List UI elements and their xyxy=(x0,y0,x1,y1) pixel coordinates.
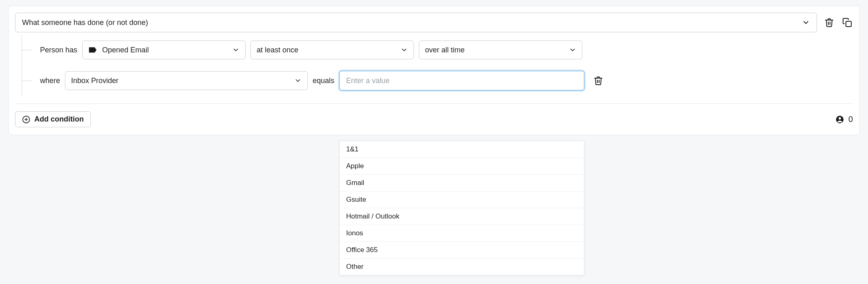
add-condition-button[interactable]: Add condition xyxy=(15,111,91,127)
dropdown-option[interactable]: Office 365 xyxy=(340,242,584,259)
where-label: where xyxy=(40,77,60,85)
chevron-down-icon xyxy=(802,18,810,27)
timeframe-select[interactable]: over all time xyxy=(419,41,582,59)
trash-icon xyxy=(824,18,834,27)
condition-card: What someone has done (or not done) Pers… xyxy=(8,6,860,135)
delete-where-button[interactable] xyxy=(593,75,604,86)
add-condition-label: Add condition xyxy=(34,115,84,124)
duplicate-condition-button[interactable] xyxy=(841,17,853,28)
chevron-down-icon xyxy=(400,46,408,54)
tag-icon xyxy=(88,46,97,54)
condition-type-select[interactable]: What someone has done (or not done) xyxy=(15,13,817,32)
result-count: 0 xyxy=(835,115,853,124)
operator-label: equals xyxy=(313,77,334,85)
timeframe-value: over all time xyxy=(425,46,465,54)
dropdown-option[interactable]: Gsuite xyxy=(340,192,584,208)
event-select[interactable]: Opened Email xyxy=(82,41,246,59)
person-has-label: Person has xyxy=(40,46,77,54)
copy-icon xyxy=(842,18,852,27)
dropdown-option[interactable]: Apple xyxy=(340,158,584,175)
value-dropdown: 1&1 Apple Gmail Gsuite Hotmail / Outlook… xyxy=(339,141,584,275)
nested-conditions: Person has Opened Email at least once xyxy=(22,35,853,96)
condition-top-row: What someone has done (or not done) xyxy=(15,13,853,32)
dropdown-option[interactable]: Hotmail / Outlook xyxy=(340,208,584,225)
where-row: where Inbox Provider equals xyxy=(40,65,853,96)
chevron-down-icon xyxy=(569,46,576,54)
trash-icon xyxy=(593,76,603,86)
property-value: Inbox Provider xyxy=(71,77,119,85)
property-select[interactable]: Inbox Provider xyxy=(65,71,308,90)
dropdown-option[interactable]: Ionos xyxy=(340,225,584,242)
svg-point-5 xyxy=(839,117,841,119)
chevron-down-icon xyxy=(294,77,302,84)
event-row: Person has Opened Email at least once xyxy=(40,35,853,65)
dropdown-option[interactable]: 1&1 xyxy=(340,141,584,158)
person-icon xyxy=(835,115,844,124)
plus-circle-icon xyxy=(22,115,30,124)
svg-rect-0 xyxy=(846,21,851,27)
condition-type-label: What someone has done (or not done) xyxy=(22,18,148,27)
count-value: 0 xyxy=(848,115,853,124)
chevron-down-icon xyxy=(232,46,239,54)
delete-condition-button[interactable] xyxy=(823,17,835,28)
dropdown-option[interactable]: Gmail xyxy=(340,175,584,192)
frequency-select[interactable]: at least once xyxy=(251,41,414,59)
dropdown-option[interactable]: Other xyxy=(340,259,584,275)
frequency-value: at least once xyxy=(257,46,298,54)
bottom-bar: Add condition 0 xyxy=(15,104,853,135)
event-value: Opened Email xyxy=(102,46,149,54)
value-input[interactable] xyxy=(339,71,584,90)
